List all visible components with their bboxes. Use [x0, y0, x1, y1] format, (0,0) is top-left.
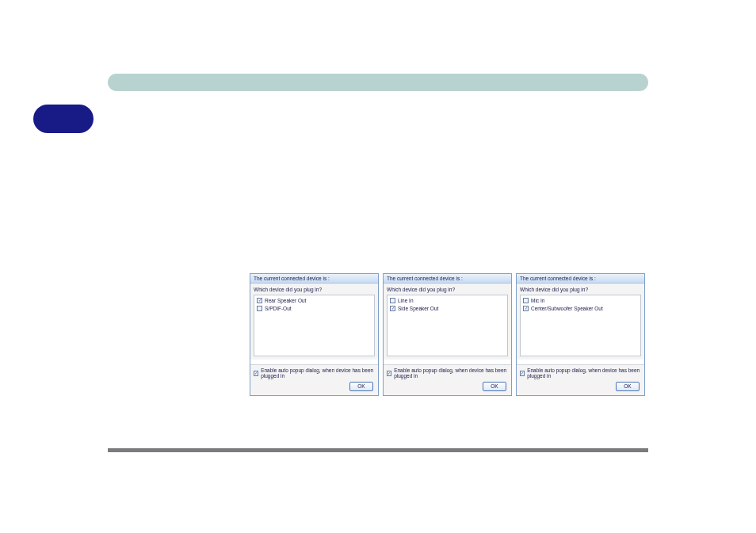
device-option[interactable]: Mic In [523, 297, 638, 304]
dialog-titlebar: The current connected device is : [250, 274, 378, 284]
dialog-button-row: OK [250, 380, 378, 395]
device-dialog: The current connected device is :Which d… [516, 273, 645, 396]
dialog-body: Which device did you plug in?Line In✓Sid… [384, 284, 511, 360]
page-footer-bar [108, 448, 648, 452]
auto-popup-label: Enable auto popup dialog, when device ha… [261, 367, 375, 379]
device-option-label: Mic In [531, 297, 544, 304]
dialog-question-label: Which device did you plug in? [387, 287, 508, 292]
device-dialog: The current connected device is :Which d… [383, 273, 512, 396]
device-option-label: Center/Subwoofer Speaker Out [531, 305, 603, 312]
dialog-body: Which device did you plug in?Mic In✓Cent… [517, 284, 644, 360]
dialog-question-label: Which device did you plug in? [254, 287, 375, 292]
dialog-body: Which device did you plug in?✓Rear Speak… [250, 284, 378, 360]
ok-button[interactable]: OK [483, 382, 506, 391]
device-option-label: S/PDIF-Out [265, 305, 292, 312]
checkbox-icon[interactable]: ✓ [523, 306, 529, 311]
device-option[interactable]: ✓Center/Subwoofer Speaker Out [523, 305, 638, 312]
dialog-question-label: Which device did you plug in? [520, 287, 641, 292]
checkbox-icon[interactable]: ✓ [520, 371, 525, 376]
device-option[interactable]: ✓Rear Speaker Out [257, 297, 372, 304]
dialog-titlebar: The current connected device is : [384, 274, 511, 284]
ok-button[interactable]: OK [616, 382, 640, 391]
dialog-titlebar: The current connected device is : [517, 274, 644, 284]
section-number-badge [33, 105, 94, 133]
auto-popup-row[interactable]: ✓Enable auto popup dialog, when device h… [384, 365, 511, 380]
device-option[interactable]: Line In [390, 297, 505, 304]
checkbox-icon[interactable] [257, 306, 262, 311]
device-option-listbox: Mic In✓Center/Subwoofer Speaker Out [520, 295, 641, 356]
device-option-listbox: ✓Rear Speaker OutS/PDIF-Out [254, 295, 375, 356]
device-option[interactable]: S/PDIF-Out [257, 305, 372, 312]
checkbox-icon[interactable]: ✓ [254, 371, 258, 376]
checkbox-icon[interactable] [523, 298, 529, 303]
checkbox-icon[interactable] [390, 298, 395, 303]
section-header-band [108, 74, 648, 91]
checkbox-icon[interactable]: ✓ [387, 371, 391, 376]
dialog-button-row: OK [517, 380, 644, 395]
device-dialog: The current connected device is :Which d… [250, 273, 379, 396]
auto-popup-label: Enable auto popup dialog, when device ha… [527, 367, 641, 379]
checkbox-icon[interactable]: ✓ [390, 306, 395, 311]
auto-popup-row[interactable]: ✓Enable auto popup dialog, when device h… [517, 365, 644, 380]
device-option-listbox: Line In✓Side Speaker Out [387, 295, 508, 356]
device-option[interactable]: ✓Side Speaker Out [390, 305, 505, 312]
device-option-label: Side Speaker Out [398, 305, 438, 312]
dialogs-row: The current connected device is :Which d… [250, 273, 645, 396]
device-option-label: Line In [398, 297, 414, 304]
device-option-label: Rear Speaker Out [265, 297, 306, 304]
checkbox-icon[interactable]: ✓ [257, 298, 262, 303]
auto-popup-label: Enable auto popup dialog, when device ha… [394, 367, 508, 379]
auto-popup-row[interactable]: ✓Enable auto popup dialog, when device h… [250, 365, 378, 380]
ok-button[interactable]: OK [349, 382, 373, 391]
dialog-button-row: OK [384, 380, 511, 395]
